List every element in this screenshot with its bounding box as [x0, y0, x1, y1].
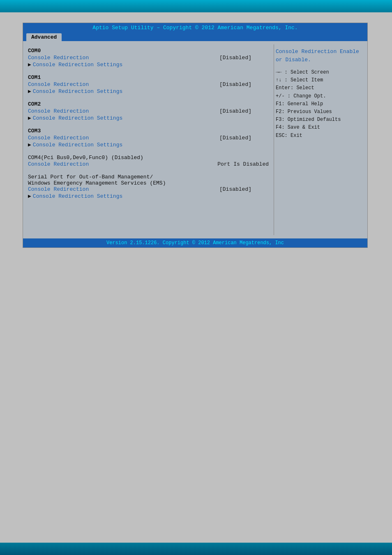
tab-bar: Advanced: [23, 32, 367, 41]
serial-port-line2: Windows Emergency Management Services (E…: [28, 180, 269, 186]
com2-settings-label: Console Redirection Settings: [33, 115, 269, 121]
tab-advanced-label: Advanced: [31, 34, 57, 40]
key-line-7: F4: Save & Exit: [276, 124, 362, 132]
content-area: COM0 Console Redirection [Disabled] ▶ Co…: [23, 41, 367, 238]
key-line-0: →← : Select Screen: [276, 69, 362, 76]
com3-console-label: Console Redirection: [28, 135, 219, 141]
com1-settings-row[interactable]: ▶ Console Redirection Settings: [28, 88, 269, 95]
com3-section: COM3 Console Redirection [Disabled] ▶ Co…: [28, 128, 269, 148]
key-line-6: F3: Optimized Defaults: [276, 116, 362, 124]
com4-console-value: Port Is Disabled: [217, 161, 269, 167]
com0-title: COM0: [28, 48, 269, 54]
com2-section: COM2 Console Redirection [Disabled] ▶ Co…: [28, 101, 269, 121]
title-text: Aptio Setup Utility – Copyright © 2012 A…: [92, 25, 297, 31]
com0-section: COM0 Console Redirection [Disabled] ▶ Co…: [28, 48, 269, 68]
ems-settings-label: Console Redirection Settings: [33, 193, 269, 199]
com2-settings-row[interactable]: ▶ Console Redirection Settings: [28, 115, 269, 121]
com1-settings-label: Console Redirection Settings: [33, 88, 269, 95]
com1-title: COM1: [28, 74, 269, 81]
footer-text: Version 2.15.1226. Copyright © 2012 Amer…: [106, 240, 284, 246]
left-panel: COM0 Console Redirection [Disabled] ▶ Co…: [26, 44, 270, 235]
com2-arrow-icon: ▶: [28, 115, 31, 121]
com0-console-label: Console Redirection: [28, 55, 219, 61]
footer-bar: Version 2.15.1226. Copyright © 2012 Amer…: [23, 238, 367, 247]
ems-settings-row[interactable]: ▶ Console Redirection Settings: [28, 193, 269, 199]
com2-console-value: [Disabled]: [219, 108, 269, 114]
com4-title: COM4(Pci Bus0,Dev0,Func0) (Disabled): [28, 155, 143, 161]
key-line-5: F2: Previous Values: [276, 108, 362, 116]
key-line-4: F1: General Help: [276, 100, 362, 108]
key-help-block: →← : Select Screen ↑↓ : Select Item Ente…: [276, 69, 362, 140]
serial-port-section: Serial Port for Out-of-Band Management/ …: [28, 174, 269, 199]
right-panel: Console Redirection Enable or Disable. →…: [274, 44, 364, 235]
com3-settings-row[interactable]: ▶ Console Redirection Settings: [28, 141, 269, 148]
com0-settings-row[interactable]: ▶ Console Redirection Settings: [28, 61, 269, 68]
com0-console-row: Console Redirection [Disabled]: [28, 55, 269, 61]
key-line-8: ESC: Exit: [276, 132, 362, 140]
com0-console-value: [Disabled]: [219, 55, 269, 61]
serial-port-line1: Serial Port for Out-of-Band Management/: [28, 174, 269, 180]
com1-console-value: [Disabled]: [219, 81, 269, 88]
com3-settings-label: Console Redirection Settings: [33, 142, 269, 148]
com4-console-row: Console Redirection Port Is Disabled: [28, 161, 269, 167]
com3-arrow-icon: ▶: [28, 141, 31, 148]
com0-arrow-icon: ▶: [28, 61, 31, 68]
main-container: Aptio Setup Utility – Copyright © 2012 A…: [23, 23, 368, 248]
com4-section: COM4(Pci Bus0,Dev0,Func0) (Disabled) Con…: [28, 155, 269, 167]
key-line-1: ↑↓ : Select Item: [276, 76, 362, 84]
com2-console-row: Console Redirection [Disabled]: [28, 108, 269, 114]
com3-console-row: Console Redirection [Disabled]: [28, 135, 269, 141]
bottom-bar: [0, 543, 392, 555]
ems-console-value: [Disabled]: [219, 186, 269, 192]
com2-title: COM2: [28, 101, 269, 107]
com1-console-row: Console Redirection [Disabled]: [28, 81, 269, 88]
ems-arrow-icon: ▶: [28, 193, 31, 199]
tab-advanced[interactable]: Advanced: [26, 33, 62, 41]
help-text: Console Redirection Enable or Disable.: [276, 48, 362, 64]
ems-console-row: Console Redirection [Disabled]: [28, 186, 269, 192]
ems-console-label: Console Redirection: [28, 186, 219, 192]
com0-settings-label: Console Redirection Settings: [33, 62, 269, 68]
top-bar: [0, 0, 392, 12]
key-line-3: +/- : Change Opt.: [276, 92, 362, 100]
com1-section: COM1 Console Redirection [Disabled] ▶ Co…: [28, 74, 269, 95]
com1-arrow-icon: ▶: [28, 88, 31, 95]
com4-title-row: COM4(Pci Bus0,Dev0,Func0) (Disabled): [28, 155, 269, 161]
com2-console-label: Console Redirection: [28, 108, 219, 114]
key-line-2: Enter: Select: [276, 84, 362, 92]
com4-console-label: Console Redirection: [28, 161, 217, 167]
title-bar: Aptio Setup Utility – Copyright © 2012 A…: [23, 23, 367, 32]
com3-console-value: [Disabled]: [219, 135, 269, 141]
com1-console-label: Console Redirection: [28, 81, 219, 88]
com3-title: COM3: [28, 128, 269, 134]
